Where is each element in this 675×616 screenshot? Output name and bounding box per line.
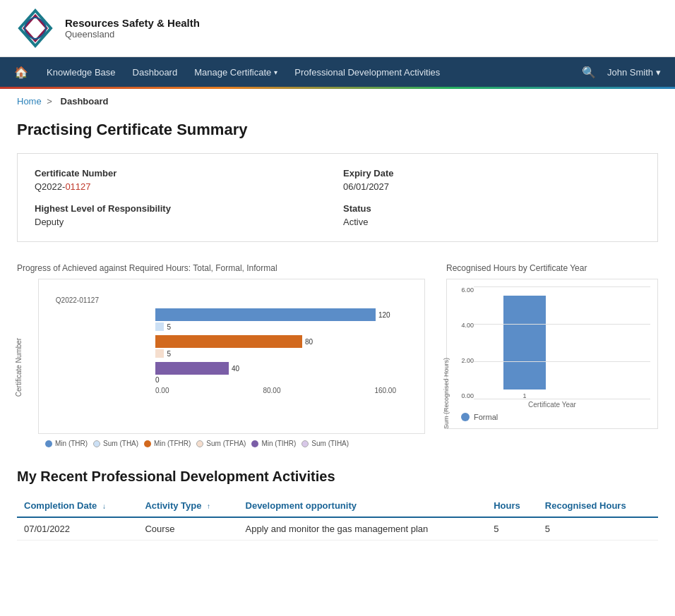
activities-title: My Recent Professional Development Activ…: [17, 469, 658, 485]
breadcrumb-current: Dashboard: [61, 96, 109, 107]
cert-status-label: Status: [343, 203, 640, 214]
table-row: 07/01/2022 Course Apply and monitor the …: [17, 517, 658, 540]
right-chart-y-axis-title: Sum (Recognised Hours): [443, 358, 450, 429]
legend-min-thr: Min (THR): [45, 440, 88, 447]
cert-expiry-section: Expiry Date 06/01/2027: [343, 168, 640, 192]
legend-sum-tha: Sum (THA): [93, 440, 138, 447]
th-completion-date[interactable]: Completion Date ↓: [17, 495, 138, 517]
right-chart-legend: Formal: [454, 413, 650, 421]
cert-grid: Certificate Number Q2022-01127 Expiry Da…: [35, 168, 640, 227]
grid-line-2: [474, 361, 650, 362]
y-tick-4: 4.00: [461, 322, 474, 329]
charts-section: Progress of Achieved against Required Ho…: [17, 263, 658, 447]
x-tick-80: 80.00: [263, 387, 280, 394]
org-name: Resources Safety & Health: [65, 17, 200, 29]
breadcrumb-separator: >: [47, 96, 52, 107]
user-menu[interactable]: John Smith ▾: [607, 67, 661, 78]
cert-expiry-value: 06/01/2027: [343, 181, 640, 192]
dropdown-caret: ▾: [274, 68, 277, 76]
grid-lines: [474, 286, 650, 399]
org-logo: [14, 7, 56, 49]
bar-row-informal-zero: 0: [102, 376, 396, 384]
left-chart-y-label: Certificate Number: [15, 337, 23, 396]
bar-row-formal-small: 5: [102, 349, 396, 358]
cert-responsibility-label: Highest Level of Responsibility: [35, 203, 332, 214]
y-axis-ticks: 6.00 4.00 2.00 0.00: [454, 286, 474, 399]
bar-total-main: [155, 308, 376, 321]
x-tick-160: 160.00: [374, 387, 396, 394]
x-axis-ticks: 0.00 80.00 160.00: [102, 387, 396, 394]
cert-responsibility-value: Deputy: [35, 217, 332, 227]
legend-dot-min-tfhr: [144, 440, 151, 447]
grid-line-0: [474, 399, 650, 399]
right-legend-dot: [461, 413, 470, 421]
cell-recognised-hours: 5: [538, 517, 658, 540]
bar-informal-value: 40: [232, 365, 239, 373]
bar-informal-main: [155, 362, 229, 375]
home-icon[interactable]: 🏠: [14, 66, 28, 79]
right-chart: Recognised Hours by Certificate Year Sum…: [446, 263, 658, 429]
cert-number-section: Certificate Number Q2022-01127: [35, 168, 332, 192]
bar-total-small: [155, 322, 164, 331]
bar-formal-value: 80: [305, 338, 313, 346]
th-activity-type[interactable]: Activity Type ↑: [138, 495, 238, 517]
right-chart-bars: 6.00 4.00 2.00 0.00 1: [454, 286, 650, 399]
sort-icon-activity-type: ↑: [207, 502, 210, 510]
y-tick-2: 2.00: [461, 357, 474, 364]
bar-row-total-small: 5: [102, 322, 396, 331]
nav-manage-certificate[interactable]: Manage Certificate ▾: [186, 57, 286, 87]
top-header: Resources Safety & Health Queensland: [0, 0, 675, 57]
search-icon[interactable]: 🔍: [582, 66, 596, 79]
cert-number-highlight: 01127: [65, 181, 90, 192]
cert-status-value: Active: [343, 217, 640, 227]
th-dev-opportunity[interactable]: Development opportunity: [239, 495, 487, 517]
certificate-card: Certificate Number Q2022-01127 Expiry Da…: [17, 153, 658, 242]
legend-min-tihr: Min (TIHR): [251, 440, 296, 447]
cert-number-value: Q2022-01127: [35, 181, 332, 192]
cell-activity-type: Course: [138, 517, 238, 540]
cell-completion-date: 07/01/2022: [17, 517, 138, 540]
right-chart-x-title: Certificate Year: [454, 401, 650, 409]
left-chart-legend: Min (THR) Sum (THA) Min (TFHR) Sum (TFHA…: [38, 440, 425, 447]
cell-dev-opportunity: Apply and monitor the gas management pla…: [239, 517, 487, 540]
main-content: Practising Certificate Summary Certifica…: [0, 114, 675, 562]
activities-table: Completion Date ↓ Activity Type ↑ Develo…: [17, 495, 658, 540]
legend-dot-sum-tfha: [196, 440, 203, 447]
cert-number-label: Certificate Number: [35, 168, 332, 179]
activities-section: My Recent Professional Development Activ…: [17, 469, 658, 540]
bar-informal-zero: 0: [155, 376, 160, 384]
bar-formal-main: [155, 335, 302, 348]
nav-knowledge-base[interactable]: Knowledge Base: [38, 57, 124, 87]
bar-formal-small: [155, 349, 164, 358]
bar-formal-small-value: 5: [167, 350, 171, 358]
legend-sum-tiha: Sum (TIHA): [301, 440, 349, 447]
table-header-row: Completion Date ↓ Activity Type ↑ Develo…: [17, 495, 658, 517]
cert-row-label: Q2022-01127: [46, 296, 99, 304]
legend-dot-sum-tiha: [301, 440, 309, 447]
bar-row-total: 120: [102, 308, 396, 321]
nav-bar: 🏠 Knowledge Base Dashboard Manage Certif…: [0, 57, 675, 87]
table-body: 07/01/2022 Course Apply and monitor the …: [17, 517, 658, 540]
grid-line-6: [474, 286, 650, 287]
bar-row-formal: 80: [102, 335, 396, 348]
legend-min-tfhr: Min (TFHR): [144, 440, 191, 447]
nav-professional-development[interactable]: Professional Development Activities: [286, 57, 448, 87]
legend-dot-min-tihr: [251, 440, 258, 447]
breadcrumb-home[interactable]: Home: [17, 96, 42, 107]
breadcrumb: Home > Dashboard: [0, 89, 675, 114]
cert-status-section: Status Active: [343, 203, 640, 227]
right-legend-label: Formal: [474, 413, 498, 421]
table-head: Completion Date ↓ Activity Type ↑ Develo…: [17, 495, 658, 517]
page-title: Practising Certificate Summary: [17, 121, 658, 139]
left-chart: Progress of Achieved against Required Ho…: [17, 263, 425, 447]
x-tick-0: 0.00: [155, 387, 169, 394]
nav-dashboard[interactable]: Dashboard: [124, 57, 186, 87]
legend-dot-sum-tha: [93, 440, 100, 447]
bar-total-small-value: 5: [167, 323, 171, 331]
right-chart-title: Recognised Hours by Certificate Year: [446, 263, 658, 273]
bar-row-informal: 40: [102, 362, 396, 375]
th-recognised-hours[interactable]: Recognised Hours: [538, 495, 658, 517]
left-chart-title: Progress of Achieved against Required Ho…: [17, 263, 425, 273]
cert-expiry-label: Expiry Date: [343, 168, 640, 179]
th-hours[interactable]: Hours: [486, 495, 538, 517]
